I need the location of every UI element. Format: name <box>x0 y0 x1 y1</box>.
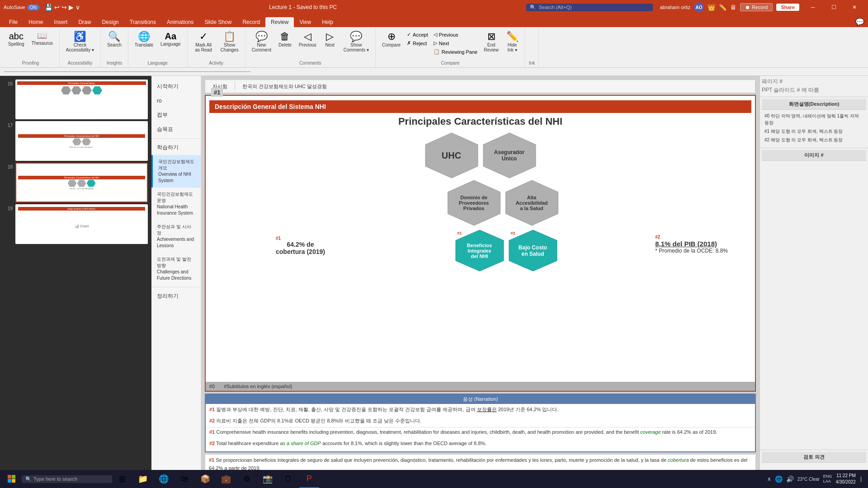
taskbar-edge-icon[interactable]: 🌐 <box>154 470 174 488</box>
redo-icon[interactable]: ↪ <box>61 4 67 11</box>
tray-volume-icon[interactable]: 🔊 <box>786 475 794 483</box>
taskbar-dropbox-icon[interactable]: 📦 <box>195 470 215 488</box>
taskbar-explorer-icon[interactable]: 📁 <box>133 470 153 488</box>
nav-item-ro[interactable]: ro <box>151 94 201 108</box>
reject-button[interactable]: ✗ Reject <box>405 39 430 47</box>
taskbar-app7-icon[interactable]: 📸 <box>258 470 278 488</box>
undo-icon[interactable]: ↩ <box>54 4 60 11</box>
tray-language[interactable]: ENG LAA <box>823 474 832 484</box>
avatar[interactable]: AO <box>694 2 704 12</box>
tray-chevron[interactable]: ∧ <box>767 476 771 482</box>
slide-canvas[interactable]: Descripción General del Sistema NHI Prin… <box>205 95 756 392</box>
nav-item-overview[interactable]: 국민건강보험제도 개요Overview of NHI System <box>151 155 201 188</box>
search-box[interactable]: 🔍 Search (Alt+Q) <box>526 4 653 11</box>
autosave-area: AutoSave ON <box>4 5 39 10</box>
taskbar-teams-icon[interactable]: 💼 <box>216 470 236 488</box>
share-button[interactable]: Share <box>776 4 799 11</box>
windows-logo-icon <box>8 475 16 483</box>
nav-item-outline[interactable]: 슴목표 <box>151 122 201 137</box>
slide-img-18[interactable]: Principales Características del NHI 64.2… <box>15 163 148 202</box>
new-comment-button[interactable]: 💬 NewComment <box>249 31 274 53</box>
tab-review[interactable]: Review <box>265 17 294 27</box>
maximize-button[interactable]: ☐ <box>824 1 844 14</box>
search-button[interactable]: 🔍 Search <box>104 31 124 48</box>
hex-alta[interactable]: AltaAccesibilidada la Salud <box>505 179 559 226</box>
close-button[interactable]: ✕ <box>844 1 864 14</box>
pen-icon[interactable]: ✏️ <box>719 4 726 11</box>
spelling-button[interactable]: abc Spelling <box>5 31 27 47</box>
customize-icon[interactable]: ∨ <box>75 4 80 11</box>
nav-item-start[interactable]: 시작하기 <box>151 80 201 94</box>
next-icon: ▷ <box>326 32 334 42</box>
comments-icon[interactable]: 💬 <box>855 18 864 26</box>
end-review-button[interactable]: ⊠ EndReview <box>481 31 501 53</box>
thesaurus-button[interactable]: 📖 Thesaurus <box>29 31 56 47</box>
hex-asegurador[interactable]: AseguradorUnico <box>482 132 537 179</box>
hex-beneficios[interactable]: #1 BeneficiosIntegralesdel NHI <box>455 229 505 272</box>
svg-rect-6 <box>8 475 11 479</box>
check-accessibility-button[interactable]: ♿ CheckAccessibility ▾ <box>63 31 97 53</box>
start-button[interactable] <box>2 470 22 488</box>
taskbar-app8-icon[interactable]: 🗒 <box>278 470 298 488</box>
nav-item-operation[interactable]: 국민건강보험제도 운영National Health Insurance Sys… <box>151 188 201 220</box>
nav-item-achievements[interactable]: 주잔성과 및 시사정Achievements and Lessons <box>151 220 201 253</box>
language-button[interactable]: Aa Language <box>158 31 184 47</box>
nav-item-summary[interactable]: 정리하기 <box>151 289 201 304</box>
hex-dominio[interactable]: Dominio deProveedoresPrivados <box>447 179 501 226</box>
nav-item-challenges[interactable]: 도전과제 및 발전방향Challenges and Future Directi… <box>151 253 201 285</box>
slides-panel[interactable]: 16 Principales Características <box>0 76 151 486</box>
show-comments-button[interactable]: 💬 ShowComments ▾ <box>341 31 372 53</box>
autosave-toggle[interactable]: ON <box>27 5 39 10</box>
slide-img-17[interactable]: Principales Características del NHI 84% … <box>15 121 148 161</box>
tab-transitions[interactable]: Transitions <box>124 17 161 27</box>
present-icon[interactable]: ▶ <box>69 4 74 11</box>
narration-english: #1 Comprehensive health insurance benefi… <box>206 427 755 438</box>
tray-network-icon[interactable]: 🌐 <box>775 475 783 483</box>
tab-design[interactable]: Design <box>96 17 124 27</box>
tab-help[interactable]: Help <box>316 17 339 27</box>
slide-thumb-18[interactable]: 18 Principales Características del NHI 6… <box>4 163 148 202</box>
next-comment-button[interactable]: ▷ Next <box>321 31 339 48</box>
compare-button[interactable]: ⊕ Compare <box>379 31 403 48</box>
tab-file[interactable]: File <box>4 17 23 27</box>
taskbar-multitask-icon[interactable]: ⊞ <box>112 470 132 488</box>
nav-item-submit[interactable]: 컵부 <box>151 108 201 122</box>
taskbar-store-icon[interactable]: 🛍 <box>175 470 194 488</box>
tab-record[interactable]: Record <box>237 17 265 27</box>
tab-view[interactable]: View <box>294 17 316 27</box>
hex-uhc[interactable]: UHC <box>425 132 479 179</box>
taskbar-search[interactable]: 🔍 Type here to search <box>22 475 112 483</box>
prev-comment-button[interactable]: ◁ Previous <box>296 31 319 48</box>
slide-thumb-16[interactable]: 16 Principales Características <box>4 80 148 119</box>
nav-item-learn[interactable]: 학습하기 <box>151 141 201 155</box>
tab-home[interactable]: Home <box>23 17 48 27</box>
tab-draw[interactable]: Draw <box>73 17 96 27</box>
hide-ink-button[interactable]: ✏️ HideInk ▾ <box>503 31 521 53</box>
translate-button[interactable]: 🌐 Translate <box>132 31 156 48</box>
tab-insert[interactable]: Insert <box>48 17 73 27</box>
record-button[interactable]: ⏺ Record <box>740 3 773 11</box>
show-desktop-button[interactable]: | <box>859 476 863 482</box>
accept-button[interactable]: ✓ Accept <box>405 31 430 38</box>
system-clock[interactable]: 11:22 PM 4/30/2022 <box>835 473 856 485</box>
save-icon[interactable]: 💾 <box>45 4 52 11</box>
document-title: Lecture 1 - Saved to this PC <box>80 4 526 10</box>
search-taskbar-placeholder: Type here to search <box>33 476 77 482</box>
tab-animations[interactable]: Animations <box>161 17 199 27</box>
tab-slideshow[interactable]: Slide Show <box>199 17 237 27</box>
minimize-button[interactable]: ─ <box>803 1 823 14</box>
slide-thumb-17[interactable]: 17 Principales Características del NHI 8… <box>4 121 148 161</box>
taskbar-powerpoint-icon[interactable]: P <box>299 470 319 488</box>
show-changes-button[interactable]: 📋 ShowChanges <box>218 31 241 53</box>
prev-compare-button[interactable]: ◁ Previous <box>432 31 480 38</box>
slide-img-19[interactable]: Major Events in NHI History 📊 Chart <box>15 204 148 244</box>
hex-bajo-costo[interactable]: #2 Bajo Costoen Salud <box>508 229 558 272</box>
mark-all-read-button[interactable]: ✓ Mark Allas Read <box>191 31 216 53</box>
display-icon[interactable]: 🖥 <box>730 4 736 11</box>
slide-thumb-19[interactable]: 19 Major Events in NHI History 📊 Chart <box>4 204 148 244</box>
slide-img-16[interactable]: Principales Características <box>15 80 148 119</box>
next-compare-button[interactable]: ▷ Next <box>432 39 480 47</box>
taskbar-app6-icon[interactable]: ⚙ <box>237 470 257 488</box>
reviewing-pane-button[interactable]: 📋 Reviewing Pane <box>432 48 480 56</box>
delete-comment-button[interactable]: 🗑 Delete <box>276 31 294 48</box>
